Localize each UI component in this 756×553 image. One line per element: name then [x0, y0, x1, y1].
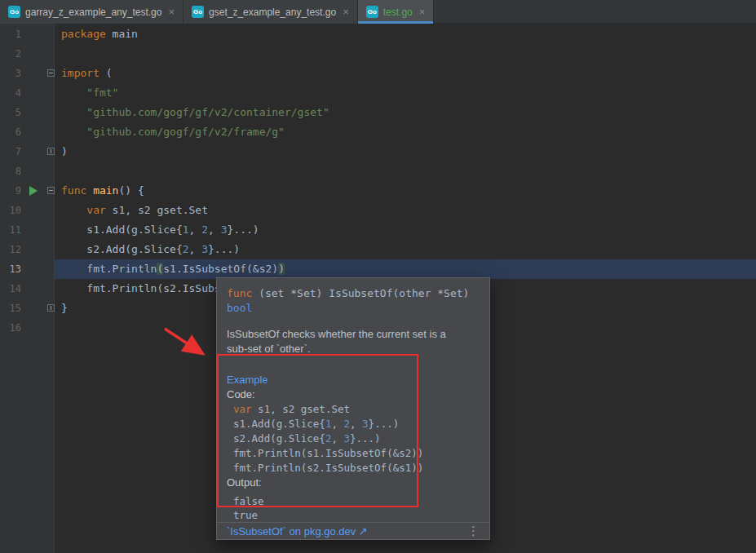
code-token: ,	[331, 432, 343, 445]
doc-description: IsSubsetOf checks whether the current se…	[217, 316, 489, 356]
doc-example: Example Code: var s1, s2 gset.Sets1.Add(…	[217, 356, 489, 522]
code-token: 3	[343, 432, 350, 445]
code-token: fmt.Println(s1.IsSubsetOf(&s2))	[233, 447, 423, 459]
code-token: s1, s2 gset.Set	[106, 204, 208, 216]
example-code: var s1, s2 gset.Sets1.Add(g.Slice{1, 2, …	[227, 402, 480, 476]
tab-close-icon[interactable]: ×	[343, 6, 349, 18]
code-token: () {	[118, 184, 144, 197]
code-token: 2	[201, 223, 208, 236]
go-file-icon: Go	[8, 6, 20, 18]
code-token: ,	[208, 223, 221, 236]
code-line[interactable]: import (	[55, 64, 756, 83]
code-line[interactable]: fmt.Println(s1.IsSubsetOf(&s2))	[55, 259, 756, 279]
line-number: 8	[0, 161, 21, 181]
code-token: )	[61, 145, 68, 157]
code-line[interactable]: s1.Add(g.Slice{1, 2, 3}...)	[55, 220, 756, 240]
code-token: bool	[227, 302, 252, 314]
code-token: ,	[189, 223, 202, 236]
code-token: main	[86, 184, 118, 197]
example-code-label: Code:	[227, 387, 480, 402]
editor-tab[interactable]: Gogarray_z_example_any_test.go×	[0, 0, 183, 24]
code-token	[61, 106, 86, 118]
code-token: fmt.Println(s2.IsSubsetOf(&s1))	[233, 462, 423, 474]
tab-close-icon[interactable]: ×	[419, 6, 426, 18]
code-token: 1	[183, 223, 189, 236]
code-token: main	[106, 28, 138, 40]
example-code-line: s1.Add(g.Slice{1, 2, 3}...)	[233, 417, 480, 431]
code-token	[61, 204, 86, 216]
code-token: 3	[362, 418, 369, 430]
code-line[interactable]	[55, 44, 756, 64]
code-token: }...)	[369, 418, 400, 430]
line-number: 5	[0, 103, 21, 122]
editor-tab-bar: Gogarray_z_example_any_test.go×Gogset_z_…	[0, 0, 756, 24]
gutter: 12345678910111213141516	[0, 24, 55, 553]
code-token: ,	[350, 418, 362, 430]
code-token	[61, 126, 86, 138]
code-token: fmt.Println	[61, 263, 157, 275]
code-token: "github.com/gogf/gf/v2/container/gset"	[86, 106, 329, 118]
quick-doc-popup: func (set *Set) IsSubsetOf(other *Set) b…	[216, 277, 490, 540]
example-link[interactable]: Example	[227, 374, 268, 386]
code-token: "fmt"	[86, 86, 118, 99]
tab-close-icon[interactable]: ×	[168, 6, 175, 18]
code-token: 2	[343, 418, 350, 430]
tab-label: test.go	[383, 7, 413, 18]
code-token: s2.Add(g.Slice{	[61, 243, 183, 255]
code-token: func	[227, 287, 252, 299]
line-number: 4	[0, 83, 21, 103]
code-token: package	[61, 28, 106, 40]
code-token: import	[61, 67, 99, 79]
line-number: 1	[0, 24, 21, 44]
line-number: 9	[0, 181, 21, 201]
line-number: 16	[0, 318, 21, 338]
code-token: }	[61, 302, 68, 314]
code-line[interactable]: func main() {	[55, 181, 756, 201]
line-number: 12	[0, 240, 21, 259]
example-code-line: s2.Add(g.Slice{2, 3}...)	[233, 431, 480, 446]
code-token	[61, 86, 86, 99]
code-line[interactable]: "github.com/gogf/gf/v2/frame/g"	[55, 122, 756, 142]
editor-tab[interactable]: Gogset_z_example_any_test.go×	[183, 0, 358, 24]
editor-tab-active[interactable]: Gotest.go×	[358, 0, 435, 24]
code-token: 3	[201, 243, 208, 255]
fold-marker-start[interactable]	[47, 69, 55, 77]
more-options-icon[interactable]: ⋮	[467, 524, 480, 538]
line-number: 15	[0, 299, 21, 318]
line-number: 13	[0, 259, 21, 279]
code-line[interactable]: "fmt"	[55, 83, 756, 103]
code-token: s1.Add(g.Slice{	[61, 223, 183, 236]
fold-marker-end[interactable]	[47, 148, 55, 155]
run-button-icon[interactable]	[29, 186, 38, 196]
doc-signature: func (set *Set) IsSubsetOf(other *Set) b…	[217, 278, 489, 316]
go-file-icon: Go	[192, 6, 204, 18]
code-line[interactable]: )	[55, 142, 756, 161]
code-token: s1.IsSubsetOf(&s2)	[163, 263, 278, 275]
line-number: 11	[0, 220, 21, 240]
doc-description-line: IsSubsetOf checks whether the current se…	[227, 327, 480, 342]
code-token: s1, s2 gset.Set	[252, 403, 350, 415]
line-number: 6	[0, 122, 21, 142]
example-code-line: fmt.Println(s2.IsSubsetOf(&s1))	[233, 461, 480, 476]
tab-label: gset_z_example_any_test.go	[209, 7, 336, 18]
code-token: s1.Add(g.Slice{	[233, 418, 325, 430]
fold-marker-start[interactable]	[47, 187, 55, 194]
line-number: 10	[0, 201, 21, 220]
line-number: 3	[0, 64, 21, 83]
line-number: 2	[0, 44, 21, 64]
code-token: func	[61, 184, 86, 197]
example-output: falsetrue	[227, 494, 480, 522]
code-line[interactable]: package main	[55, 24, 756, 44]
doc-description-line: sub-set of `other`.	[227, 342, 480, 356]
pkg-go-dev-link[interactable]: `IsSubsetOf` on pkg.go.dev ↗	[227, 525, 368, 538]
code-line[interactable]: "github.com/gogf/gf/v2/container/gset"	[55, 103, 756, 122]
go-file-icon: Go	[366, 6, 378, 18]
code-token: )	[278, 263, 285, 275]
code-token: }...)	[208, 243, 240, 255]
fold-marker-end[interactable]	[47, 304, 55, 312]
code-line[interactable]: s2.Add(g.Slice{2, 3}...)	[55, 240, 756, 259]
code-token: "github.com/gogf/gf/v2/frame/g"	[86, 126, 285, 138]
code-line[interactable]	[55, 161, 756, 181]
code-line[interactable]: var s1, s2 gset.Set	[55, 201, 756, 220]
doc-popup-footer: `IsSubsetOf` on pkg.go.dev ↗ ⋮	[217, 522, 489, 539]
